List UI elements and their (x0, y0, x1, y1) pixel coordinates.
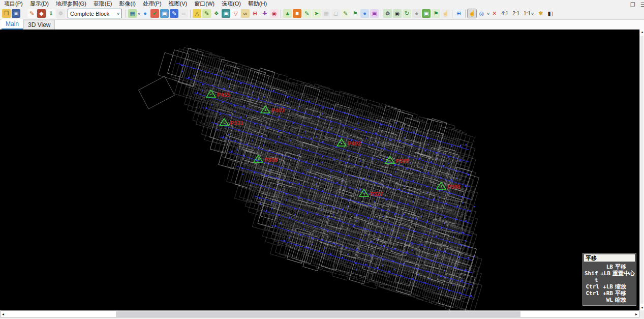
menu-display[interactable]: 显示(D) (27, 0, 53, 8)
chevron-down-icon: ∨ (137, 12, 141, 16)
image-refresh-icon[interactable]: ↻ (403, 9, 411, 18)
shortcut-action: 平移 (613, 290, 635, 297)
shortcut-button: WL (599, 297, 613, 303)
ortho-image-icon[interactable]: ▣ (370, 9, 379, 18)
shortcut-modifier: Ctrl (584, 290, 599, 297)
feature-flag-icon[interactable]: ⚑ (351, 9, 359, 18)
zoom-extents-icon[interactable]: ✕ (490, 9, 499, 18)
sphere-blue-icon[interactable]: ● (141, 9, 149, 18)
menu-options[interactable]: 选项(O) (219, 0, 245, 8)
pushpin-icon[interactable]: ✚ (260, 9, 269, 18)
menu-georeference[interactable]: 地理参照(G) (53, 0, 90, 8)
camera-view-icon[interactable]: ▣ (222, 9, 230, 18)
measure-pen-icon[interactable]: ✎ (170, 9, 178, 18)
application-window: { "menu_bar": { "items": [ {"name": "men… (0, 0, 644, 319)
menu-help[interactable]: 帮助(H) (245, 0, 271, 8)
chevron-down-icon: ∨ (486, 12, 490, 16)
toolbar-separator (126, 10, 126, 18)
footprint-display-icon[interactable]: ▦ (128, 9, 137, 18)
image-green-icon[interactable]: ▣ (422, 9, 431, 18)
scroll-down-arrow-icon[interactable]: ▾ (640, 306, 644, 310)
menu-process[interactable]: 处理(P) (140, 0, 166, 8)
shortcut-button: +RB (599, 290, 613, 297)
main-toolbar: ❒▣✎◆⇓☸Complete Block∨▦∨●✔▣✎∞△✎❖▣▽∞⊞✚◉▲■✎… (0, 8, 644, 20)
pan-overlay-title: 平移 (584, 254, 635, 262)
dtm-terrain-icon[interactable]: ▲ (283, 9, 292, 18)
import-data-icon[interactable]: ◆ (37, 9, 46, 18)
image-gear-icon[interactable]: ☸ (383, 9, 392, 18)
image-sphere-icon[interactable]: ● (412, 9, 421, 18)
image-flag-icon[interactable]: ⚑ (432, 9, 440, 18)
zoom-4-1-button[interactable]: 4:1 (500, 10, 510, 17)
view-menu-button[interactable]: ☰ (640, 2, 644, 8)
dome-blue-icon[interactable]: ● (360, 9, 369, 18)
zoom-2-1-button[interactable]: 2:1 (511, 10, 521, 17)
browse-pair-icon[interactable]: ∞ (241, 9, 250, 18)
toolbar-separator (452, 10, 452, 18)
sphere-check-icon[interactable]: ✔ (150, 9, 159, 18)
image-edit-icon[interactable]: ✎ (202, 9, 211, 18)
tab-3d-view[interactable]: 3D View (23, 20, 55, 30)
save-project-icon[interactable]: ▣ (12, 9, 20, 18)
block-view-select[interactable]: Complete Block∨ (68, 9, 122, 18)
menu-acquire[interactable]: 获取(E) (90, 0, 116, 8)
scrollbar-corner (639, 310, 644, 318)
pan-shortcut-overlay: 平移 LB平移Shift+LB重置中心Ctrl+LB缩放Ctrl+RB平移WL缩… (582, 253, 636, 306)
shortcut-row: WL缩放 (584, 297, 635, 303)
vertical-scrollbar[interactable]: ▴ ▾ (639, 30, 644, 310)
open-project-icon[interactable]: ❒ (2, 9, 11, 18)
chevron-down-icon: ∨ (116, 12, 120, 16)
shortcut-row: Ctrl+RB平移 (584, 290, 635, 297)
shortcut-modifier: Shift (584, 270, 598, 283)
toolbar-separator (381, 10, 381, 18)
image-view-icon[interactable]: ▣ (160, 9, 169, 18)
tab-main[interactable]: Main (2, 19, 23, 30)
shortcut-button: +LB (598, 270, 610, 283)
shortcut-action: 缩放 (613, 283, 635, 290)
ortho-block-icon[interactable]: ■ (293, 9, 301, 18)
menu-project[interactable]: 项目(P) (1, 0, 27, 8)
scroll-up-arrow-icon[interactable]: ▴ (640, 30, 644, 34)
camera-red-icon[interactable]: ◉ (270, 9, 279, 18)
toolbar-separator (281, 10, 281, 18)
pan-tool-icon[interactable]: ☝ (468, 9, 476, 18)
grid-table-icon: ▦ (322, 9, 330, 18)
horizontal-scrollbar[interactable]: ◂ ▸ (0, 310, 639, 318)
gcp-editor-icon[interactable]: △ (193, 9, 201, 18)
settings-gear-icon: ☸ (56, 9, 65, 18)
undock-view-button[interactable]: ❐ (630, 2, 635, 8)
control-point-label: P399 (396, 158, 409, 164)
shortcut-button: LB (599, 264, 613, 270)
vertical-scrollbar-thumb[interactable] (640, 36, 643, 304)
shortcut-button: +LB (599, 283, 613, 290)
tile-windows-icon[interactable]: ⊞ (454, 9, 463, 18)
shortcut-row: Shift+LB重置中心 (584, 270, 635, 283)
contrast-icon[interactable]: ◧ (546, 9, 555, 18)
image-eye-icon[interactable]: ◉ (393, 9, 402, 18)
tie-point-icon[interactable]: ❖ (212, 9, 221, 18)
scroll-left-arrow-icon[interactable]: ◂ (2, 311, 4, 317)
terrain-pen2-icon[interactable]: ✎ (341, 9, 350, 18)
terrain-export-icon[interactable]: ➤ (312, 9, 321, 18)
grab-hand-disabled-icon: ☝ (441, 9, 450, 18)
viewport-3d-block[interactable]: P415P403P331P402P308P399P327P398 (0, 30, 639, 310)
brightness-star-icon[interactable]: ✱ (536, 9, 545, 18)
horizontal-scrollbar-thumb[interactable] (116, 311, 520, 317)
control-point-label: P403 (271, 107, 285, 113)
block-wireframe-scene[interactable]: P415P403P331P402P308P399P327P398 (0, 30, 639, 310)
scroll-right-arrow-icon[interactable]: ▸ (635, 311, 637, 317)
edit-project-icon[interactable]: ✎ (27, 9, 36, 18)
menu-image[interactable]: 影像(I) (116, 0, 140, 8)
grid-select-icon[interactable]: ⊞ (251, 9, 259, 18)
menu-window[interactable]: 窗口(W) (191, 0, 219, 8)
toolbar-separator (465, 10, 466, 18)
adjustment-flask-icon[interactable]: ▽ (231, 9, 240, 18)
menu-view[interactable]: 视图(V) (166, 0, 192, 8)
terrain-edit-icon[interactable]: ✎ (302, 9, 311, 18)
shortcut-action: 平移 (613, 264, 635, 270)
control-point-label: P327 (370, 191, 383, 197)
shortcut-action: 缩放 (613, 297, 635, 303)
zoom-tool-icon[interactable]: ◎ (477, 9, 486, 18)
export-report-icon[interactable]: ⇓ (47, 9, 55, 18)
zoom-1-1-button[interactable]: 1:1∨ (522, 10, 535, 17)
